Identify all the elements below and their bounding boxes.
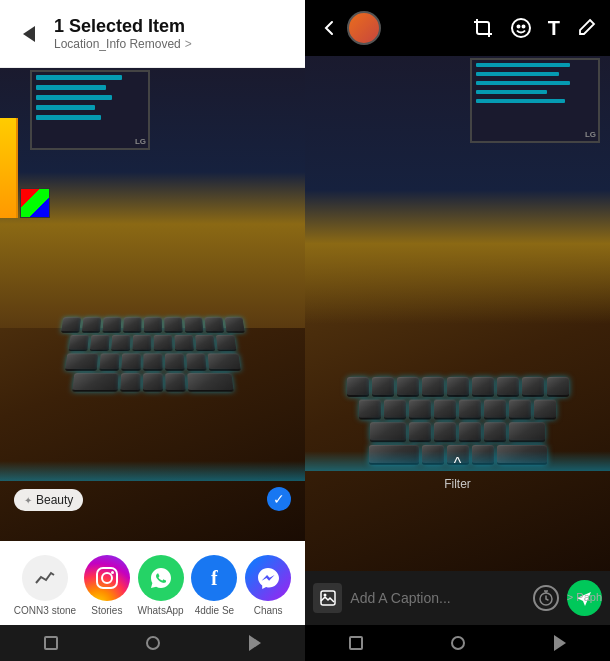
key: [434, 422, 456, 442]
key: [372, 377, 394, 397]
selected-check[interactable]: ✓: [267, 487, 291, 511]
analytics-icon: [22, 555, 68, 601]
edit-icon[interactable]: [576, 18, 596, 38]
key: [509, 400, 531, 420]
chevron-right-icon: >: [185, 37, 192, 51]
key: [65, 354, 98, 371]
code-line: [476, 99, 565, 103]
timer-button[interactable]: [533, 585, 559, 611]
instagram-icon: [84, 555, 130, 601]
key: [409, 400, 431, 420]
key: [204, 317, 224, 332]
key: [72, 373, 118, 391]
lg-brand-text-right: LG: [585, 130, 596, 139]
code-line: [36, 105, 95, 110]
svg-rect-0: [97, 568, 117, 588]
beauty-tag[interactable]: ✦ Beauty: [14, 489, 83, 511]
right-header: T: [305, 0, 610, 56]
nav-home-icon[interactable]: [146, 636, 160, 650]
location-info[interactable]: Location_Info Removed >: [54, 37, 192, 51]
key-row: [14, 373, 291, 391]
left-header: 1 Selected Item Location_Info Removed >: [0, 0, 305, 68]
whatsapp-icon: [138, 555, 184, 601]
right-back-button[interactable]: [319, 18, 339, 38]
key: [370, 422, 406, 442]
key: [187, 373, 233, 391]
key: [164, 317, 182, 332]
beauty-label: Beauty: [36, 493, 73, 507]
caption-input[interactable]: [350, 590, 525, 606]
right-keyboard-bg: LG: [305, 56, 610, 571]
messenger-label: Chans: [254, 605, 283, 616]
rubik-cube: [20, 188, 50, 218]
right-header-icons: T: [472, 17, 596, 40]
code-line: [476, 72, 559, 76]
key: [347, 377, 369, 397]
right-keys-grid: [305, 368, 610, 531]
key: [422, 377, 444, 397]
keyboard-background: LG: [0, 68, 305, 541]
key: [484, 400, 506, 420]
right-header-left: [319, 11, 381, 45]
crop-icon[interactable]: [472, 17, 494, 39]
bottom-nav: [0, 625, 305, 661]
code-line: [36, 85, 106, 90]
key: [132, 335, 151, 351]
code-line: [476, 81, 570, 85]
key: [69, 335, 89, 351]
key: [397, 377, 419, 397]
key-row: [23, 335, 283, 351]
caption-bar: [305, 571, 610, 625]
emoji-icon[interactable]: [510, 17, 532, 39]
key: [120, 373, 140, 391]
share-item-messenger[interactable]: Chans: [245, 555, 291, 616]
key: [472, 377, 494, 397]
nav-back-icon[interactable]: [249, 635, 261, 651]
key: [447, 377, 469, 397]
filter-label: Filter: [444, 477, 471, 491]
key: [81, 317, 101, 332]
whatsapp-label: WhatsApp: [138, 605, 184, 616]
back-button[interactable]: [14, 19, 44, 49]
left-image-area: LG: [0, 68, 305, 541]
share-item-whatsapp[interactable]: WhatsApp: [138, 555, 184, 616]
key-row: [305, 377, 610, 397]
key: [534, 400, 556, 420]
key: [484, 422, 506, 442]
nav-back-icon-right[interactable]: [554, 635, 566, 651]
share-item-analytics[interactable]: CONN3 stone: [14, 555, 76, 616]
key: [99, 354, 119, 371]
code-line: [476, 90, 547, 94]
key: [509, 422, 545, 442]
key-row: [305, 400, 610, 420]
code-line: [476, 63, 570, 67]
key: [102, 317, 121, 332]
key: [186, 354, 206, 371]
image-thumbnail-icon: [313, 583, 342, 613]
nav-home-icon-right[interactable]: [451, 636, 465, 650]
key: [143, 373, 163, 391]
share-item-facebook[interactable]: f 4ddie Se: [191, 555, 237, 616]
text-icon[interactable]: T: [548, 17, 560, 40]
nav-square-icon[interactable]: [44, 636, 58, 650]
key: [207, 354, 240, 371]
right-bottom-nav: [305, 625, 610, 661]
svg-point-3: [512, 19, 530, 37]
key: [409, 422, 431, 442]
share-item-instagram[interactable]: Stories: [84, 555, 130, 616]
nav-recents-icon[interactable]: [349, 636, 363, 650]
key: [522, 377, 544, 397]
filter-bar[interactable]: ^ Filter: [305, 455, 610, 491]
lg-brand-text: LG: [135, 137, 146, 146]
selected-item-title: 1 Selected Item: [54, 16, 192, 38]
key: [165, 373, 185, 391]
right-monitor-area: LG: [305, 56, 610, 324]
right-panel: T LG: [305, 0, 610, 661]
monitor-screen: LG: [30, 70, 150, 150]
key: [547, 377, 569, 397]
code-line: [36, 115, 101, 120]
key: [61, 317, 81, 332]
avatar-inner: [350, 14, 378, 42]
avatar[interactable]: [347, 11, 381, 45]
key: [359, 400, 381, 420]
